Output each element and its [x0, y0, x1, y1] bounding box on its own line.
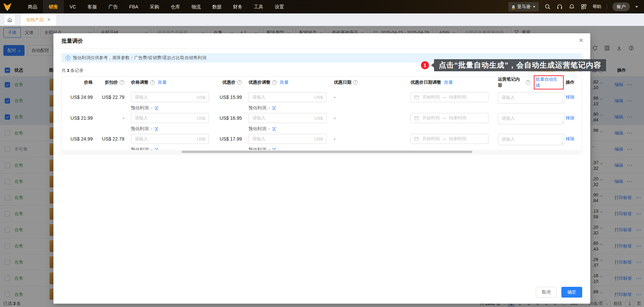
input-placeholder: 请输入	[252, 136, 265, 142]
tab-close-icon[interactable]: ✕	[47, 17, 51, 22]
deal-date-range-input[interactable]: 开始时间 ~ 结束时间	[411, 134, 488, 144]
deal-date-header: 优惠日期	[334, 79, 351, 85]
end-time-placeholder: 结束时间	[449, 136, 467, 142]
note-textarea[interactable]: 请输入	[498, 134, 564, 145]
range-separator: ~	[443, 95, 446, 100]
deal-date-adjust-header: 优惠价日期调整	[411, 79, 441, 85]
nav-menu-item[interactable]: 工具	[248, 0, 269, 13]
nav-menu-item[interactable]: 设置	[269, 0, 290, 13]
deal-date-value: -	[334, 94, 336, 100]
nav-menu-item[interactable]: 商品	[22, 0, 43, 13]
batch-price-link[interactable]: 批量	[158, 79, 167, 85]
input-placeholder: 请输入	[502, 95, 515, 100]
marketplace-label: 亚马逊	[517, 4, 530, 10]
action-header: 操作	[566, 79, 574, 85]
search-icon[interactable]	[544, 3, 551, 10]
price-value: US$ 24.99	[71, 94, 93, 100]
top-navbar: 商品 销售 VC 客服 广告 FBA 采购 仓库 物流 数据 财务 工	[0, 0, 644, 13]
discount-header: 折扣价	[105, 79, 118, 85]
input-placeholder: 请输入	[135, 136, 148, 142]
resize-handle-icon[interactable]	[561, 121, 563, 123]
batch-date-link[interactable]: 批量	[444, 79, 453, 85]
remove-row-link[interactable]: 移除	[566, 94, 574, 100]
modal-table-body: US$ 24.99 US$ 22.79 请输入 US$ 预估利润: -	[62, 88, 582, 151]
account-chevron-icon[interactable]	[635, 6, 638, 8]
nav-menu: 商品 销售 VC 客服 广告 FBA 采购 仓库 物流 数据 财务 工	[22, 0, 290, 13]
horizontal-scrollbar[interactable]	[62, 150, 582, 154]
modal-close-icon[interactable]: ✕	[579, 37, 584, 44]
calendar-icon	[414, 116, 419, 120]
note-textarea[interactable]: 请输入	[498, 113, 564, 124]
resize-handle-icon[interactable]	[561, 100, 563, 103]
nav-menu-item[interactable]: 采购	[144, 0, 165, 13]
nav-menu-item[interactable]: VC	[64, 0, 82, 13]
start-time-placeholder: 开始时间	[422, 136, 440, 142]
cancel-button[interactable]: 取消	[536, 287, 557, 298]
confirm-button[interactable]: 确定	[561, 287, 582, 298]
brand-logo-icon[interactable]	[0, 0, 15, 13]
deal-adjust-input[interactable]: 请输入 US$	[249, 92, 327, 102]
deal-date-value: -	[334, 115, 336, 121]
question-icon: ?	[150, 80, 155, 85]
price-adjust-input[interactable]: 请输入 US$	[131, 113, 209, 123]
question-icon: ?	[272, 80, 277, 85]
help-link[interactable]: 帮助	[593, 4, 601, 10]
account-button[interactable]: 账户	[612, 2, 630, 11]
note-header: 运营笔记内容	[498, 76, 524, 88]
price-adjust-input[interactable]: 请输入 US$	[131, 134, 209, 144]
deal-adjust-input[interactable]: 请输入 US$	[249, 134, 327, 144]
price-value: US$ 21.99	[71, 115, 93, 121]
currency-suffix: US$	[197, 116, 205, 121]
screen: 商品 销售 VC 客服 广告 FBA 采购 仓库 物流 数据 财务 工	[0, 0, 644, 307]
modal-title: 批量调价	[61, 38, 83, 45]
scrollbar-thumb[interactable]	[182, 151, 473, 153]
remove-row-link[interactable]: 移除	[566, 115, 574, 120]
nav-menu-item[interactable]: 广告	[102, 0, 123, 13]
deal-price-value: US$ 15.99	[220, 94, 242, 100]
headset-icon[interactable]	[556, 3, 563, 10]
question-icon: ?	[237, 80, 242, 85]
deal-adjust-input[interactable]: 请输入 US$	[249, 113, 327, 123]
input-placeholder: 请输入	[252, 94, 265, 100]
deal-price-value: US$ 16.95	[220, 115, 242, 121]
currency-suffix: US$	[197, 137, 205, 142]
home-button[interactable]	[5, 15, 15, 25]
nav-menu-item[interactable]: 销售	[43, 0, 64, 13]
price-value: US$ 24.99	[71, 136, 93, 142]
currency-suffix: US$	[314, 137, 323, 142]
info-icon: i	[66, 55, 70, 60]
amazon-icon: a	[512, 4, 515, 9]
note-textarea[interactable]: 请输入	[498, 92, 564, 104]
input-placeholder: 请输入	[502, 137, 515, 142]
auto-generate-link[interactable]: 批量自动生成	[534, 75, 564, 89]
deal-date-range-input[interactable]: 开始时间 ~ 结束时间	[411, 92, 488, 102]
tab-bar: 在线产品 ✕	[0, 13, 644, 26]
resize-handle-icon[interactable]	[561, 142, 563, 144]
currency-suffix: US$	[314, 95, 323, 100]
nav-menu-item[interactable]: 数据	[207, 0, 227, 13]
nav-menu-item[interactable]: 仓库	[165, 0, 186, 13]
navbar-right: a 亚马逊 帮助 账户	[508, 2, 644, 11]
marketplace-selector[interactable]: a 亚马逊	[508, 2, 539, 11]
calendar-icon	[414, 137, 419, 141]
currency-suffix: US$	[314, 116, 323, 121]
deal-date-value: -	[334, 136, 336, 142]
modal-table-row: US$ 24.99 US$ 22.79 请输入 US$ 预估利润: -	[62, 130, 582, 151]
range-separator: ~	[443, 116, 446, 121]
modal-table: 价格 折扣价? 价格调整?批量 优惠价? 优惠价调整?批量 优惠日期? 优惠价日…	[61, 76, 582, 154]
price-adjust-input[interactable]: 请输入 US$	[131, 92, 209, 102]
tab-label: 在线产品	[26, 17, 44, 23]
apps-grid-icon[interactable]	[581, 3, 587, 10]
remove-row-link[interactable]: 移除	[566, 136, 574, 141]
tab-online-products[interactable]: 在线产品 ✕	[21, 13, 56, 26]
start-time-placeholder: 开始时间	[422, 94, 440, 100]
deal-date-range-input[interactable]: 开始时间 ~ 结束时间	[411, 113, 488, 123]
input-placeholder: 请输入	[252, 115, 265, 121]
nav-menu-item[interactable]: FBA	[123, 0, 144, 13]
nav-menu-item[interactable]: 客服	[82, 0, 102, 13]
bell-icon[interactable]	[568, 3, 575, 10]
nav-menu-item[interactable]: 财务	[227, 0, 248, 13]
nav-menu-item[interactable]: 物流	[186, 0, 207, 13]
input-placeholder: 请输入	[135, 115, 148, 121]
batch-deal-link[interactable]: 批量	[280, 79, 289, 85]
